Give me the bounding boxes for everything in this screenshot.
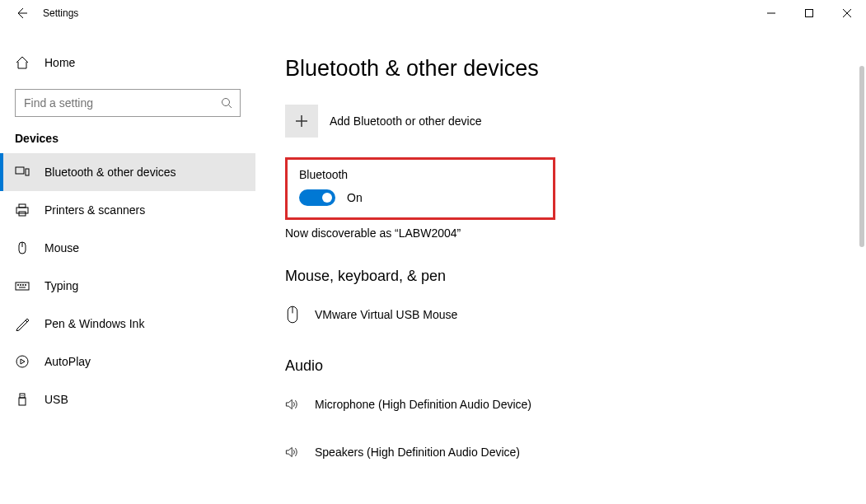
sidebar-item-autoplay[interactable]: AutoPlay — [0, 343, 255, 380]
devices-icon — [15, 165, 30, 180]
sidebar: Home Devices Bluetooth & other devices — [0, 26, 255, 504]
home-icon — [15, 55, 30, 70]
sidebar-item-label: Mouse — [44, 241, 79, 254]
speaker-icon — [285, 445, 300, 460]
close-button[interactable] — [828, 0, 866, 26]
scrollbar[interactable] — [859, 66, 864, 247]
page-title: Bluetooth & other devices — [285, 56, 866, 82]
sidebar-item-typing[interactable]: Typing — [0, 267, 255, 305]
sidebar-item-label: USB — [44, 393, 68, 406]
sidebar-item-pen[interactable]: Pen & Windows Ink — [0, 305, 255, 343]
sidebar-item-label: Typing — [44, 279, 78, 292]
maximize-button[interactable] — [790, 0, 828, 26]
back-button[interactable] — [15, 7, 28, 20]
mouse-icon — [15, 240, 30, 255]
sidebar-item-label: Bluetooth & other devices — [44, 166, 176, 179]
svg-line-5 — [229, 105, 232, 109]
mouse-icon — [285, 307, 300, 322]
sidebar-item-label: AutoPlay — [44, 355, 91, 368]
svg-rect-20 — [20, 394, 25, 398]
discoverable-status: Now discoverable as “LABW2004” — [285, 226, 866, 240]
sidebar-item-mouse[interactable]: Mouse — [0, 229, 255, 267]
sidebar-section-header: Devices — [0, 132, 255, 153]
bluetooth-highlight-box: Bluetooth On — [285, 157, 555, 220]
sidebar-item-usb[interactable]: USB — [0, 380, 255, 418]
device-label: VMware Virtual USB Mouse — [315, 308, 457, 321]
keyboard-icon — [15, 278, 30, 293]
bluetooth-toggle[interactable] — [299, 189, 335, 206]
titlebar: Settings — [0, 0, 866, 26]
plus-icon — [294, 114, 309, 128]
add-device-label: Add Bluetooth or other device — [330, 114, 481, 128]
sidebar-item-label: Pen & Windows Ink — [44, 317, 144, 330]
sidebar-item-label: Printers & scanners — [44, 203, 145, 217]
device-row-mouse[interactable]: VMware Virtual USB Mouse — [285, 296, 866, 333]
printer-icon — [15, 203, 30, 217]
content-area: Bluetooth & other devices Add Bluetooth … — [255, 26, 866, 504]
svg-point-4 — [222, 99, 230, 106]
bluetooth-header: Bluetooth — [299, 168, 541, 181]
section-audio: Audio — [285, 357, 866, 375]
svg-rect-8 — [16, 208, 28, 213]
home-nav[interactable]: Home — [0, 46, 255, 79]
window-title: Settings — [43, 7, 78, 19]
autoplay-icon — [15, 354, 30, 369]
bluetooth-toggle-label: On — [347, 191, 363, 204]
add-device-button[interactable] — [285, 105, 318, 138]
sidebar-item-printers[interactable]: Printers & scanners — [0, 191, 255, 229]
sidebar-item-bluetooth[interactable]: Bluetooth & other devices — [0, 153, 255, 191]
svg-rect-7 — [26, 169, 29, 175]
svg-rect-9 — [19, 204, 26, 208]
device-label: Microphone (High Definition Audio Device… — [315, 398, 531, 411]
usb-icon — [15, 392, 30, 407]
svg-rect-1 — [806, 10, 813, 17]
device-row-speakers[interactable]: Speakers (High Definition Audio Device) — [285, 434, 866, 470]
search-input[interactable] — [15, 89, 241, 117]
pen-icon — [15, 316, 30, 331]
svg-rect-6 — [16, 167, 24, 174]
home-label: Home — [44, 56, 75, 69]
svg-rect-21 — [19, 398, 26, 405]
speaker-icon — [285, 397, 300, 412]
minimize-button[interactable] — [752, 0, 790, 26]
add-device-row[interactable]: Add Bluetooth or other device — [285, 105, 866, 138]
svg-point-19 — [16, 356, 28, 367]
search-icon — [221, 97, 232, 109]
device-row-mic[interactable]: Microphone (High Definition Audio Device… — [285, 386, 866, 422]
section-mouse-keyboard-pen: Mouse, keyboard, & pen — [285, 268, 866, 285]
device-label: Speakers (High Definition Audio Device) — [315, 446, 520, 459]
svg-rect-13 — [16, 282, 29, 290]
